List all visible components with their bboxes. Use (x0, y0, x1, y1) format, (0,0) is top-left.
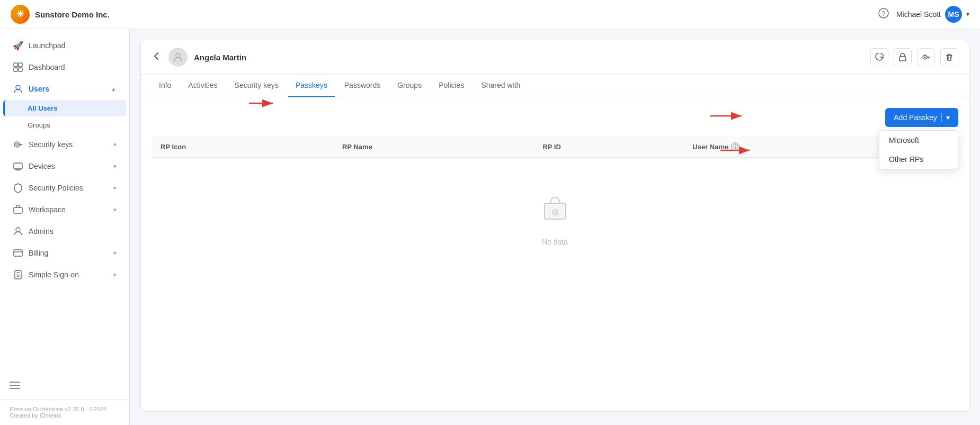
tab-shared-with[interactable]: Shared with (474, 75, 528, 97)
sidebar-footer: IDmelon Orchestrate v2.25.0 - ©2024 Crea… (0, 399, 129, 425)
sidebar-item-label: Security Policies (29, 184, 108, 192)
content-area: Angela Martin (130, 29, 980, 425)
add-passkey-label: Add Passkey (894, 113, 937, 122)
svg-point-14 (17, 275, 19, 277)
dropdown-chevron: ▾ (946, 113, 950, 122)
expand-icon: ▾ (113, 206, 117, 213)
sidebar-item-label: Simple Sign-on (29, 270, 108, 279)
user-header-actions (870, 48, 958, 66)
sidebar-item-admins[interactable]: Admins (3, 221, 126, 242)
sidebar-subitem-groups[interactable]: Groups (3, 117, 126, 133)
sidebar-item-label: Users (29, 85, 105, 93)
table-actions: Add Passkey ▾ Microsoft Other RPs (152, 108, 958, 127)
empty-state-cell: No data (152, 158, 958, 285)
add-passkey-dropdown: Microsoft Other RPs (879, 130, 958, 169)
user-detail-header: Angela Martin (141, 40, 969, 75)
tab-groups[interactable]: Groups (390, 75, 429, 97)
svg-rect-3 (19, 63, 22, 67)
col-rp-name: RP Name (334, 136, 534, 158)
empty-icon (540, 196, 570, 231)
svg-rect-16 (899, 57, 906, 61)
sidebar-item-label: Devices (29, 162, 108, 170)
tab-security-keys[interactable]: Security keys (227, 75, 286, 97)
sidebar-nav: 🚀 Launchpad Dashboard Users ▲ All Users (0, 29, 129, 373)
sidebar-item-dashboard[interactable]: Dashboard (3, 57, 126, 78)
svg-rect-4 (14, 68, 17, 71)
svg-point-6 (16, 85, 20, 89)
expand-icon: ▾ (113, 163, 117, 170)
svg-point-18 (924, 57, 926, 58)
devices-icon (13, 161, 23, 171)
security-keys-icon (13, 139, 23, 150)
dropdown-item-microsoft[interactable]: Microsoft (879, 131, 958, 150)
svg-rect-12 (14, 250, 22, 256)
sidebar-item-devices[interactable]: Devices ▾ (3, 156, 126, 177)
user-header-left: Angela Martin (152, 48, 246, 67)
key-button[interactable] (917, 48, 935, 66)
sidebar-item-users[interactable]: Users ▲ (3, 78, 126, 100)
sidebar-item-security-keys[interactable]: Security keys ▾ (3, 134, 126, 155)
svg-rect-5 (19, 68, 22, 71)
user-name-info-icon[interactable]: ⓘ (731, 142, 740, 151)
svg-point-15 (176, 53, 180, 58)
sidebar-item-label: Dashboard (29, 63, 117, 71)
delete-button[interactable] (940, 48, 958, 66)
dropdown-item-other-rps[interactable]: Other RPs (879, 150, 958, 169)
user-menu-chevron: ▾ (966, 11, 969, 18)
sidebar-item-label: Workspace (29, 205, 108, 214)
security-policies-icon (13, 183, 23, 193)
tab-info[interactable]: Info (152, 75, 179, 97)
svg-point-8 (16, 143, 18, 146)
tab-policies[interactable]: Policies (431, 75, 471, 97)
sidebar-item-launchpad[interactable]: 🚀 Launchpad (3, 35, 126, 56)
svg-rect-9 (14, 163, 22, 169)
col-rp-icon: RP Icon (152, 136, 334, 158)
admins-icon (13, 226, 23, 237)
sidebar-item-label: Security keys (29, 140, 108, 149)
user-avatar-detail (168, 48, 188, 67)
expand-icon: ▾ (113, 250, 117, 257)
tab-activities[interactable]: Activities (181, 75, 225, 97)
tabs-bar: Info Activities Security keys Passkeys P… (141, 75, 969, 97)
svg-rect-2 (14, 63, 17, 67)
sidebar-item-security-policies[interactable]: Security Policies ▾ (3, 177, 126, 198)
simple-sign-on-icon (13, 269, 23, 280)
expand-icon: ▾ (113, 141, 117, 148)
expand-icon: ▾ (113, 185, 117, 192)
col-rp-id: RP ID (534, 136, 684, 158)
button-divider (941, 113, 942, 122)
sidebar-item-billing[interactable]: Billing ▾ (3, 242, 126, 264)
launchpad-icon: 🚀 (13, 40, 23, 51)
sidebar-item-label: Billing (29, 249, 108, 257)
svg-rect-10 (14, 207, 22, 213)
app-title: Sunstore Demo Inc. (35, 10, 110, 19)
tab-passwords[interactable]: Passwords (337, 75, 388, 97)
sidebar-subitem-all-users[interactable]: All Users (3, 100, 126, 116)
svg-text:?: ? (882, 10, 886, 17)
app-logo: ☀ (11, 5, 30, 24)
sidebar-item-label: Launchpad (29, 41, 117, 50)
add-passkey-button[interactable]: Add Passkey ▾ (885, 108, 958, 127)
user-menu[interactable]: Michael Scott MS ▾ (896, 6, 969, 23)
user-name-label: Michael Scott (896, 10, 941, 19)
empty-text: No data (542, 238, 568, 246)
sidebar-item-simple-sign-on[interactable]: Simple Sign-on ▾ (3, 264, 126, 285)
users-icon (13, 84, 23, 94)
expand-icon: ▾ (113, 272, 117, 278)
tab-passkeys[interactable]: Passkeys (288, 75, 335, 97)
main-layout: 🚀 Launchpad Dashboard Users ▲ All Users (0, 29, 980, 425)
sidebar-hamburger[interactable] (0, 373, 129, 399)
sidebar-item-label: Admins (29, 227, 117, 236)
lock-button[interactable] (894, 48, 912, 66)
back-button[interactable] (152, 51, 162, 64)
sidebar: 🚀 Launchpad Dashboard Users ▲ All Users (0, 29, 130, 425)
content-inner: Angela Martin (140, 40, 969, 412)
empty-state: No data (161, 164, 949, 278)
sidebar-item-workspace[interactable]: Workspace ▾ (3, 199, 126, 220)
user-full-name: Angela Martin (194, 53, 246, 62)
app-header: ☀ Sunstore Demo Inc. ? Michael Scott MS … (0, 0, 980, 29)
refresh-button[interactable] (870, 48, 888, 66)
help-icon[interactable]: ? (878, 8, 889, 21)
billing-icon (13, 248, 23, 258)
header-left: ☀ Sunstore Demo Inc. (11, 5, 110, 24)
